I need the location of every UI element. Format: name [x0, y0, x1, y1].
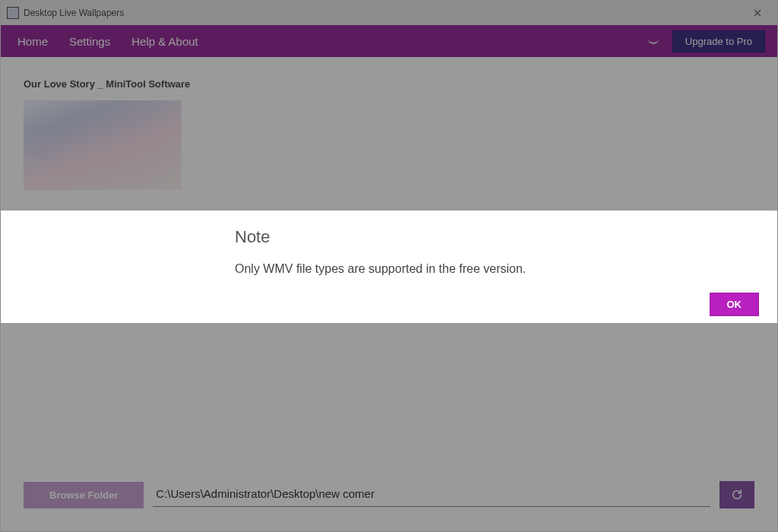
- dialog-body: Only WMV file types are supported in the…: [235, 262, 759, 276]
- dialog-title: Note: [235, 227, 759, 247]
- dialog-actions: OK: [235, 293, 759, 316]
- app-window: Desktop Live Wallpapers Home Settings He…: [0, 0, 778, 532]
- ok-button[interactable]: OK: [710, 293, 760, 316]
- note-dialog: Note Only WMV file types are supported i…: [1, 211, 777, 323]
